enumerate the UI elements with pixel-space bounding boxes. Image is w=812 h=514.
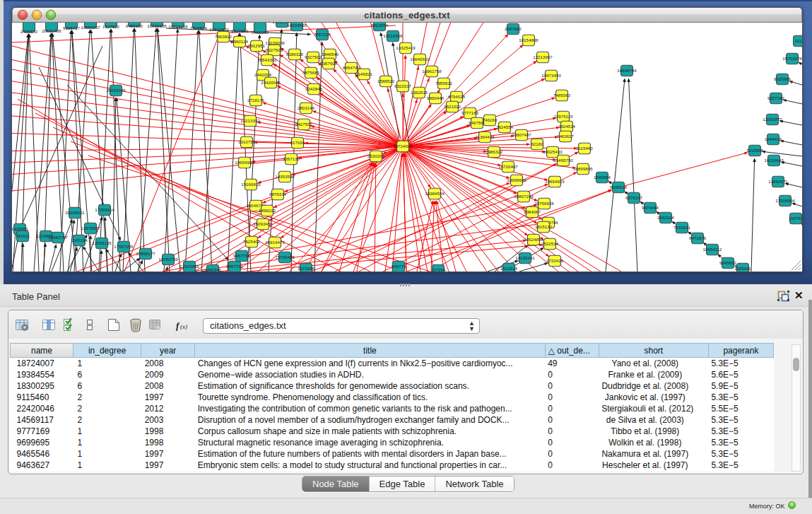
- svg-text:1244419: 1244419: [765, 136, 782, 141]
- svg-text:6466160: 6466160: [126, 23, 143, 28]
- svg-text:21364436: 21364436: [475, 134, 495, 139]
- svg-text:12213352: 12213352: [240, 118, 260, 123]
- svg-text:16033809: 16033809: [287, 23, 307, 28]
- svg-text:391511: 391511: [16, 233, 30, 238]
- svg-text:8878334: 8878334: [269, 192, 287, 197]
- svg-text:9336717: 9336717: [63, 25, 81, 30]
- svg-text:3215958: 3215958: [746, 148, 764, 153]
- svg-text:16713155: 16713155: [168, 24, 188, 29]
- svg-text:23420046: 23420046: [261, 80, 281, 85]
- svg-text:1615132: 1615132: [535, 224, 553, 229]
- svg-text:18807249: 18807249: [514, 194, 534, 199]
- svg-text:12975115: 12975115: [553, 114, 573, 119]
- svg-text:9327503: 9327503: [266, 47, 283, 52]
- svg-text:19218506: 19218506: [383, 33, 403, 38]
- svg-text:16640910: 16640910: [410, 57, 430, 62]
- svg-text:17957255: 17957255: [114, 244, 134, 249]
- svg-text:945779: 945779: [392, 264, 406, 269]
- svg-text:14136141: 14136141: [515, 255, 535, 260]
- svg-text:20053346: 20053346: [106, 88, 126, 93]
- svg-text:3624554: 3624554: [496, 124, 514, 129]
- svg-text:1527602: 1527602: [231, 28, 249, 33]
- svg-text:10653267: 10653267: [81, 25, 100, 30]
- svg-text:7857224: 7857224: [314, 32, 331, 37]
- svg-text:3624514: 3624514: [558, 124, 576, 129]
- svg-text:1292346: 1292346: [204, 267, 222, 271]
- svg-text:6794028: 6794028: [448, 94, 466, 99]
- svg-text:10688609: 10688609: [507, 177, 526, 182]
- svg-text:1733426: 1733426: [546, 258, 564, 263]
- svg-text:9329966: 9329966: [774, 76, 792, 81]
- svg-text:16648784: 16648784: [617, 68, 637, 73]
- svg-text:15495750: 15495750: [553, 158, 573, 163]
- svg-text:5875685: 5875685: [302, 70, 320, 75]
- svg-text:8186328: 8186328: [286, 52, 304, 57]
- svg-text:9457791: 9457791: [226, 264, 244, 269]
- svg-text:7515524: 7515524: [190, 25, 208, 30]
- svg-text:15751074: 15751074: [782, 56, 802, 61]
- svg-text:13325419: 13325419: [396, 45, 416, 50]
- svg-text:16914479: 16914479: [265, 240, 285, 245]
- svg-text:1527602: 1527602: [102, 24, 120, 29]
- svg-text:9474444: 9474444: [642, 205, 659, 210]
- svg-text:9242848: 9242848: [305, 86, 323, 91]
- svg-text:8912951: 8912951: [248, 43, 266, 48]
- svg-text:157164: 157164: [431, 267, 446, 271]
- svg-text:1112: 1112: [795, 38, 802, 43]
- svg-text:1413614: 1413614: [500, 266, 518, 271]
- svg-text:16210643: 16210643: [764, 158, 784, 163]
- svg-text:1640954: 1640954: [594, 175, 611, 180]
- svg-text:6466160: 6466160: [252, 30, 269, 35]
- svg-text:6990448: 6990448: [427, 95, 445, 100]
- svg-text:9245652: 9245652: [719, 260, 737, 265]
- svg-text:13975887: 13975887: [81, 226, 100, 230]
- svg-text:2687682: 2687682: [505, 26, 522, 31]
- svg-text:7955812: 7955812: [435, 81, 453, 86]
- svg-text:746266: 746266: [483, 117, 498, 122]
- svg-text:1846546: 1846546: [322, 52, 339, 57]
- svg-text:6379197: 6379197: [625, 195, 643, 200]
- svg-text:1362615: 1362615: [411, 90, 428, 95]
- svg-text:1065411: 1065411: [734, 266, 751, 271]
- svg-text:20756928: 20756928: [534, 201, 554, 206]
- svg-text:12923465: 12923465: [180, 264, 199, 269]
- svg-text:20691406: 20691406: [42, 28, 61, 33]
- svg-text:2442004: 2442004: [254, 72, 272, 77]
- svg-text:8471676: 8471676: [689, 235, 707, 240]
- svg-text:19384554: 19384554: [425, 191, 445, 196]
- svg-text:12505135: 12505135: [92, 240, 112, 245]
- svg-text:3267130: 3267130: [283, 156, 300, 161]
- svg-text:10154808: 10154808: [519, 37, 539, 42]
- svg-text:1498222: 1498222: [259, 208, 276, 213]
- svg-text:9463627: 9463627: [557, 134, 575, 139]
- svg-text:9777169: 9777169: [461, 110, 479, 115]
- svg-text:9457791: 9457791: [233, 253, 251, 258]
- svg-text:8454749: 8454749: [343, 65, 360, 70]
- svg-text:15720407: 15720407: [498, 164, 518, 169]
- svg-text:8938918: 8938918: [610, 185, 628, 189]
- svg-text:10973493: 10973493: [541, 73, 561, 78]
- svg-text:7485063: 7485063: [553, 93, 571, 98]
- svg-text:20206551: 20206551: [65, 210, 85, 215]
- svg-text:9146821: 9146821: [355, 71, 373, 76]
- svg-text:10654112: 10654112: [702, 247, 722, 252]
- svg-text:1588520: 1588520: [377, 78, 395, 83]
- svg-text:2933114: 2933114: [657, 215, 674, 220]
- svg-text:16782759: 16782759: [158, 257, 178, 262]
- svg-text:13692971: 13692971: [768, 179, 788, 184]
- svg-text:9084067: 9084067: [524, 209, 541, 214]
- svg-text:8960124: 8960124: [231, 39, 249, 44]
- svg-text:19654923: 19654923: [545, 179, 565, 184]
- svg-text:14353594: 14353594: [275, 174, 295, 179]
- svg-text:16093459: 16093459: [253, 221, 273, 226]
- svg-text:7663822: 7663822: [215, 34, 233, 39]
- svg-text:9227342: 9227342: [767, 95, 785, 100]
- svg-text:8427552: 8427552: [295, 122, 313, 127]
- svg-text:9327502: 9327502: [305, 54, 322, 59]
- svg-text:(x): (x): [180, 323, 187, 330]
- svg-text:2530203: 2530203: [367, 153, 385, 158]
- svg-text:2718176: 2718176: [247, 98, 265, 103]
- svg-text:7632621: 7632621: [673, 225, 691, 230]
- svg-text:10025433: 10025433: [543, 149, 563, 154]
- svg-text:12213967: 12213967: [533, 54, 553, 59]
